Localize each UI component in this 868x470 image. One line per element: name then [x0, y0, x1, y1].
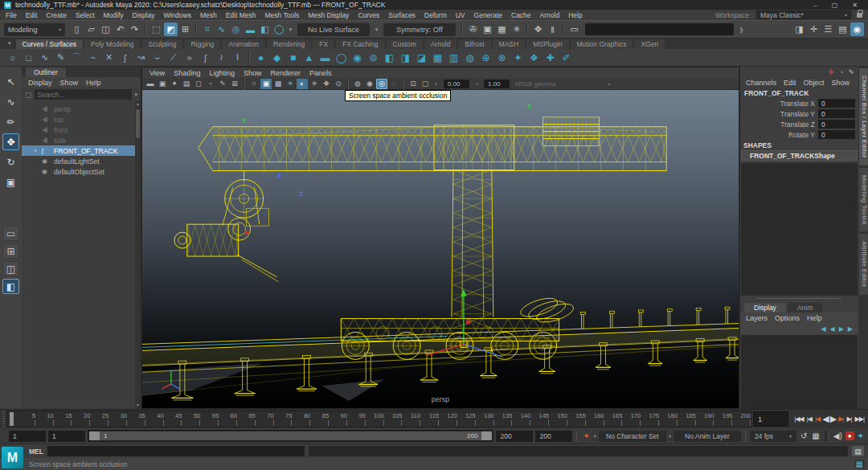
chevron-down-icon[interactable]: ▾: [373, 22, 380, 36]
menu-item[interactable]: Generate: [474, 11, 502, 19]
file-save-icon[interactable]: ◫: [99, 22, 113, 36]
undo-icon[interactable]: ↶: [113, 22, 127, 36]
redo-icon[interactable]: ↷: [128, 22, 141, 36]
revolve-icon[interactable]: ◉: [350, 50, 365, 65]
quick-select-icon[interactable]: ▭: [567, 22, 581, 36]
show-manipulator-icon[interactable]: ✛: [828, 68, 834, 76]
pause-icon[interactable]: ‖: [546, 22, 559, 36]
outliner-item[interactable]: ◂▮ top: [22, 114, 141, 125]
outliner-menu-item[interactable]: Help: [86, 79, 101, 87]
shelf-tab[interactable]: Motion Graphics: [571, 39, 633, 49]
menu-set-dropdown[interactable]: Modeling ▾: [4, 23, 65, 36]
pan-zoom-icon[interactable]: ▫: [205, 79, 216, 89]
divider[interactable]: [461, 23, 463, 35]
viewport-menu-item[interactable]: Shading: [174, 69, 200, 77]
select-object-icon[interactable]: ◩: [164, 22, 178, 36]
play-backwards-button[interactable]: ◀: [821, 414, 829, 424]
layout-two-pane[interactable]: ◫: [2, 261, 19, 276]
bezier-curve-icon[interactable]: ~: [85, 50, 100, 65]
rotate-tool[interactable]: ↻: [2, 153, 19, 170]
divider[interactable]: [526, 23, 528, 35]
resolution-gate-icon[interactable]: ▣: [260, 79, 272, 89]
select-component-icon[interactable]: ⊞: [178, 22, 192, 36]
attribute-value-field[interactable]: 0: [818, 109, 855, 118]
search-input[interactable]: [35, 89, 133, 100]
menu-item[interactable]: Create: [46, 11, 67, 19]
film-gate-icon[interactable]: ○: [248, 79, 260, 89]
attribute-value-field[interactable]: 0: [818, 99, 855, 108]
camera-attributes-icon[interactable]: ✦: [169, 79, 180, 89]
shape-node-row[interactable]: FRONT_OF_TRACKShape: [741, 150, 858, 161]
shelf-menu-icon[interactable]: ▾: [5, 40, 14, 47]
attribute-value-field[interactable]: 0: [818, 130, 855, 139]
shelf-tab[interactable]: Poly Modeling: [84, 39, 140, 49]
script-editor-icon[interactable]: ▤: [852, 446, 864, 456]
symmetry-field[interactable]: Symmetry: Off: [383, 23, 456, 36]
detach-surface-icon[interactable]: ⊗: [494, 50, 510, 65]
layer-menu-item[interactable]: Layers: [746, 314, 768, 322]
move-tool[interactable]: ✥: [2, 133, 19, 150]
go-to-end-button[interactable]: ▶▶|: [854, 415, 866, 423]
ssao-icon[interactable]: ◎: [376, 79, 387, 89]
maximize-icon[interactable]: ▢: [832, 2, 838, 9]
go-to-start-button[interactable]: |◀◀: [792, 415, 805, 423]
shelf-tab[interactable]: MSPlugin: [526, 39, 568, 49]
menu-item[interactable]: Edit: [26, 11, 38, 19]
viewport-menu-item[interactable]: Panels: [309, 69, 332, 77]
viewport-menu-item[interactable]: Show: [244, 69, 262, 77]
layer-move-up-icon[interactable]: ▶: [839, 325, 844, 333]
outliner-tab[interactable]: Outliner: [26, 67, 66, 77]
shelf-tab[interactable]: XGen: [634, 39, 665, 49]
isolate-select-icon[interactable]: ⊡: [407, 79, 419, 89]
extend-curve-icon[interactable]: ∫: [198, 50, 213, 65]
anim-layer-dropdown[interactable]: No Anim Layer: [674, 431, 741, 442]
nurbs-plane-icon[interactable]: ▬: [317, 50, 333, 65]
outliner-menu-item[interactable]: Show: [60, 79, 79, 87]
evaluation-icon[interactable]: ✦: [856, 431, 866, 440]
nurbs-circle-icon[interactable]: ○: [5, 50, 20, 65]
grid-toggle-icon[interactable]: ⊞: [229, 79, 240, 89]
pencil-curve-icon[interactable]: ✎: [53, 50, 68, 65]
sidebar-vertical-tab[interactable]: Modeling Toolkit: [859, 168, 868, 232]
sculpt-surface-icon[interactable]: ✐: [559, 50, 574, 65]
step-back-frame-button[interactable]: |◀: [805, 415, 813, 423]
clip-icon[interactable]: ▦: [810, 431, 821, 440]
select-hierarchy-icon[interactable]: ⬚: [149, 22, 163, 36]
bookmark-icon[interactable]: ▤: [181, 79, 192, 89]
construction-history-icon[interactable]: ✇: [466, 22, 480, 36]
snap-curve-icon[interactable]: ∿: [215, 22, 228, 36]
shelf-tab[interactable]: Curves / Surfaces: [16, 39, 84, 49]
shelf-tab[interactable]: Arnold: [424, 39, 457, 49]
outliner-item[interactable]: ◉ defaultLightSet: [22, 156, 141, 166]
open-close-curve-icon[interactable]: ⌣: [149, 50, 165, 65]
loop-icon[interactable]: ↺: [799, 431, 809, 440]
safe-title-icon[interactable]: ✳: [309, 79, 320, 89]
menu-item[interactable]: Mesh Display: [308, 11, 349, 19]
channel-box-menu-item[interactable]: Object: [804, 79, 825, 87]
detach-curve-icon[interactable]: ↝: [133, 50, 149, 65]
perspective-viewport[interactable]: ViewShadingLightingShowRendererPanels ▬▣…: [141, 67, 739, 409]
file-new-icon[interactable]: ▯: [70, 22, 84, 36]
snap-plane-icon[interactable]: ▬: [244, 22, 257, 36]
sidebar-vertical-tab[interactable]: Channel Box / Layer Editor: [859, 68, 868, 166]
grease-pencil-icon[interactable]: ✎: [217, 79, 228, 89]
playback-start-field[interactable]: 1: [48, 431, 85, 442]
outliner-item[interactable]: ◂▮ front: [22, 125, 141, 135]
divider[interactable]: [347, 78, 349, 90]
viewport-menu-item[interactable]: Renderer: [270, 69, 301, 77]
insert-isoparm-icon[interactable]: ✚: [542, 50, 558, 65]
nurbs-square-icon[interactable]: □: [21, 50, 36, 65]
scroll-up-icon[interactable]: ▲: [135, 101, 141, 108]
expand-toggle[interactable]: +: [32, 148, 39, 153]
menu-item[interactable]: Select: [76, 11, 95, 19]
outliner-scrollbar[interactable]: ▲ ▼: [135, 101, 141, 409]
chevron-down-icon[interactable]: ▾: [669, 433, 671, 439]
speed-control-icon[interactable]: ◔: [839, 68, 843, 76]
layer-menu-item[interactable]: Options: [775, 314, 800, 322]
select-tool[interactable]: ↖: [2, 73, 19, 90]
sidebar-layer-icon[interactable]: ▤: [836, 22, 850, 36]
open-close-surface-icon[interactable]: ❖: [526, 50, 542, 65]
shelf-tab[interactable]: FX Caching: [336, 39, 384, 49]
layer-mode-icon-2[interactable]: ◀: [830, 325, 835, 333]
nurbs-cube-icon[interactable]: ◆: [269, 50, 285, 65]
